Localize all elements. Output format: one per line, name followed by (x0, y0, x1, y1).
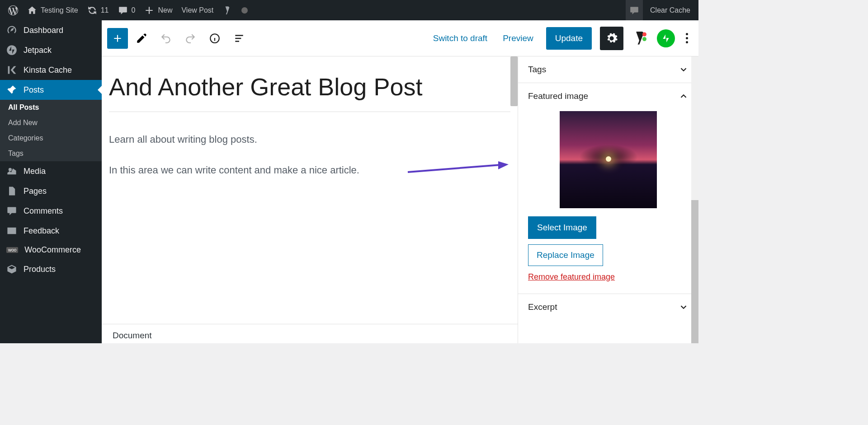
submenu-categories[interactable]: Categories (0, 131, 102, 146)
replace-image-button[interactable]: Replace Image (528, 244, 603, 266)
updates-count: 11 (101, 6, 109, 14)
plus-icon (144, 5, 154, 15)
cache-comment-icon (629, 5, 639, 15)
yoast-sidebar-button[interactable] (628, 27, 651, 50)
svg-line-5 (408, 165, 500, 172)
svg-point-3 (642, 32, 646, 36)
menu-kinsta[interactable]: Kinsta Cache (0, 60, 102, 80)
comments-menu-icon (6, 205, 17, 216)
select-image-button[interactable]: Select Image (528, 216, 596, 239)
pencil-icon (136, 33, 147, 44)
tags-panel-toggle[interactable]: Tags (518, 56, 698, 83)
view-post-link[interactable]: View Post (177, 0, 218, 20)
products-icon (6, 264, 17, 275)
editor-toolbar: Switch to draft Preview Update (102, 20, 698, 56)
document-tab[interactable]: Document (113, 331, 152, 340)
redo-button[interactable] (179, 28, 201, 49)
list-icon (233, 33, 245, 44)
submenu-add-new[interactable]: Add New (0, 115, 102, 131)
tools-button[interactable] (131, 28, 152, 49)
chevron-down-icon (679, 302, 689, 312)
svg-point-0 (7, 45, 17, 55)
jetpack-icon (6, 45, 17, 56)
info-button[interactable] (204, 28, 226, 49)
editor-main: Switch to draft Preview Update (102, 20, 698, 343)
outline-button[interactable] (228, 28, 250, 49)
settings-sidebar: Tags Featured image S (518, 56, 698, 343)
featured-image-panel-toggle[interactable]: Featured image (518, 83, 698, 109)
jetpack-bolt-icon (661, 33, 671, 43)
page-scrollbar-track[interactable] (691, 56, 698, 343)
svg-point-4 (642, 37, 646, 41)
settings-sidebar-button[interactable] (600, 27, 623, 50)
updates-link[interactable]: 11 (83, 0, 113, 20)
menu-dashboard[interactable]: Dashboard (0, 20, 102, 40)
menu-media[interactable]: Media (0, 161, 102, 181)
clear-cache-icon-item[interactable] (626, 0, 643, 20)
menu-pages[interactable]: Pages (0, 181, 102, 201)
feedback-icon (6, 225, 17, 236)
kinsta-icon (6, 65, 17, 75)
submenu-all-posts[interactable]: All Posts (0, 100, 102, 115)
canvas-scrollbar[interactable] (510, 56, 518, 106)
jetpack-sidebar-button[interactable] (657, 29, 675, 47)
new-label: New (158, 6, 172, 14)
gear-icon (605, 32, 618, 45)
comment-icon (118, 5, 128, 15)
featured-image-thumbnail[interactable] (560, 111, 657, 208)
dashboard-icon (6, 25, 17, 36)
menu-feedback[interactable]: Feedback (0, 221, 102, 241)
svg-marker-6 (498, 161, 509, 169)
admin-sidebar: Dashboard Jetpack Kinsta Cache Posts All… (0, 20, 102, 343)
posts-submenu: All Posts Add New Categories Tags (0, 100, 102, 161)
undo-icon (160, 33, 172, 44)
admin-bar: Testing Site 11 0 New View Post Clear Ca… (0, 0, 698, 20)
site-home-link[interactable]: Testing Site (23, 0, 83, 20)
new-content-link[interactable]: New (140, 0, 177, 20)
more-options-button[interactable] (680, 33, 693, 43)
menu-posts[interactable]: Posts (0, 80, 102, 100)
submenu-tags[interactable]: Tags (0, 146, 102, 161)
excerpt-panel-toggle[interactable]: Excerpt (518, 294, 698, 320)
switch-to-draft-link[interactable]: Switch to draft (427, 33, 494, 43)
svg-point-1 (9, 168, 12, 171)
yoast-icon (632, 30, 648, 47)
wp-logo-menu[interactable] (4, 0, 23, 20)
comments-count: 0 (132, 6, 136, 14)
menu-jetpack[interactable]: Jetpack (0, 40, 102, 60)
editor-canvas[interactable]: And Another Great Blog Post Learn all ab… (102, 56, 518, 343)
add-block-button[interactable] (107, 28, 128, 49)
wordpress-icon (8, 5, 18, 15)
media-icon (6, 166, 17, 177)
menu-comments[interactable]: Comments (0, 201, 102, 221)
update-icon (87, 5, 97, 15)
title-divider (109, 112, 510, 112)
redo-icon (184, 33, 196, 44)
woo-icon: woo (6, 247, 18, 253)
yoast-adminbar[interactable] (218, 0, 237, 20)
undo-button[interactable] (155, 28, 177, 49)
pushpin-icon (6, 84, 17, 95)
post-title-input[interactable]: And Another Great Blog Post (109, 70, 510, 112)
status-dot-item[interactable] (237, 0, 252, 20)
preview-link[interactable]: Preview (496, 33, 540, 43)
info-icon (209, 33, 221, 44)
menu-products[interactable]: Products (0, 259, 102, 279)
menu-woocommerce[interactable]: woo WooCommerce (0, 241, 102, 259)
chevron-up-icon (679, 91, 689, 101)
clear-cache-link[interactable]: Clear Cache (646, 0, 695, 20)
home-icon (27, 5, 37, 15)
paragraph-block-1[interactable]: Learn all about writing blog posts. (109, 134, 510, 145)
plus-icon (112, 33, 123, 44)
yoast-icon (222, 5, 232, 15)
status-dot-icon (241, 7, 248, 14)
page-scrollbar-thumb[interactable] (691, 200, 698, 343)
annotation-arrow-icon (406, 160, 509, 178)
comments-link[interactable]: 0 (113, 0, 140, 20)
remove-featured-image-link[interactable]: Remove featured image (528, 272, 615, 281)
chevron-down-icon (679, 65, 689, 75)
pages-icon (6, 186, 17, 196)
site-title: Testing Site (41, 6, 78, 14)
update-button[interactable]: Update (546, 27, 592, 50)
